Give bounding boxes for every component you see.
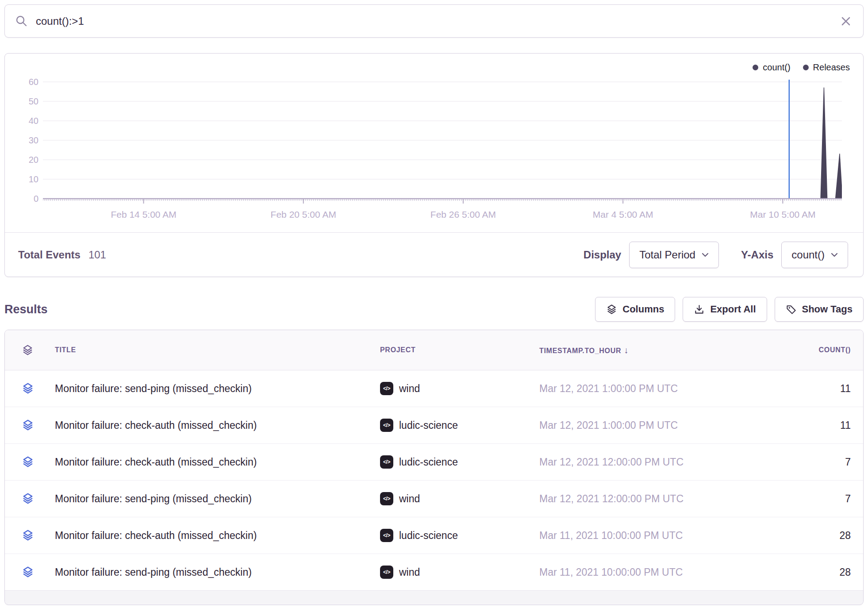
count-cell: 11	[779, 419, 863, 431]
event-title-link[interactable]: Monitor failure: send-ping (missed_check…	[50, 383, 380, 395]
count-cell: 7	[779, 493, 863, 505]
timestamp-cell: Mar 12, 2021 12:00:00 PM UTC	[535, 493, 779, 505]
chevron-down-icon	[831, 253, 838, 257]
platform-code-icon: </>	[380, 382, 393, 395]
table-footer-strip	[5, 590, 863, 604]
timestamp-cell: Mar 12, 2021 1:00:00 PM UTC	[535, 383, 779, 395]
timestamp-cell: Mar 12, 2021 1:00:00 PM UTC	[535, 419, 779, 431]
table-row[interactable]: Monitor failure: check-auth (missed_chec…	[5, 407, 863, 444]
layers-icon	[22, 529, 34, 542]
platform-code-icon: </>	[380, 566, 393, 579]
timestamp-cell: Mar 12, 2021 12:00:00 PM UTC	[535, 456, 779, 468]
project-cell: </> ludic-science	[380, 455, 535, 469]
timestamp-cell: Mar 11, 2021 10:00:00 PM UTC	[535, 530, 779, 542]
show-tags-button[interactable]: Show Tags	[775, 297, 864, 322]
platform-code-icon: </>	[380, 492, 393, 505]
x-axis-tick-label: Mar 4 5:00 AM	[593, 209, 653, 220]
project-cell: </> wind	[380, 382, 535, 395]
column-header-project[interactable]: PROJECT	[380, 346, 535, 354]
tag-icon	[786, 304, 797, 315]
close-icon[interactable]	[840, 15, 852, 27]
layers-icon[interactable]	[22, 344, 34, 356]
y-axis-tick-label: 60	[5, 77, 38, 87]
platform-code-icon: </>	[380, 529, 393, 542]
table-row[interactable]: Monitor failure: check-auth (missed_chec…	[5, 444, 863, 481]
display-label: Display	[584, 249, 621, 261]
y-axis-labels: 0102030405060	[5, 65, 38, 204]
total-events-value: 101	[88, 249, 106, 261]
count-cell: 11	[779, 383, 863, 395]
x-axis-tick-label: Feb 26 5:00 AM	[430, 209, 496, 220]
project-cell: </> wind	[380, 492, 535, 505]
results-table: TITLE PROJECT TIMESTAMP.TO_HOUR↓ COUNT()…	[4, 330, 864, 605]
layers-icon	[22, 382, 34, 395]
chevron-down-icon	[702, 253, 709, 257]
event-title-link[interactable]: Monitor failure: check-auth (missed_chec…	[50, 530, 380, 542]
chart-footer: Total Events 101 Display Total Period Y-…	[5, 232, 863, 277]
timestamp-cell: Mar 11, 2021 10:00:00 PM UTC	[535, 566, 779, 578]
column-header-timestamp[interactable]: TIMESTAMP.TO_HOUR↓	[535, 345, 779, 355]
column-header-title[interactable]: TITLE	[50, 346, 380, 354]
layers-icon	[22, 456, 34, 468]
y-axis-tick-label: 50	[5, 96, 38, 107]
search-input[interactable]	[35, 15, 840, 28]
export-all-button[interactable]: Export All	[683, 297, 767, 322]
table-row[interactable]: Monitor failure: check-auth (missed_chec…	[5, 517, 863, 554]
layers-icon	[606, 304, 617, 315]
event-title-link[interactable]: Monitor failure: send-ping (missed_check…	[50, 566, 380, 578]
results-title: Results	[4, 303, 48, 316]
display-dropdown[interactable]: Total Period	[629, 242, 719, 268]
search-icon	[15, 15, 27, 27]
y-axis-tick-label: 40	[5, 116, 38, 126]
event-title-link[interactable]: Monitor failure: check-auth (missed_chec…	[50, 456, 380, 468]
y-axis-tick-label: 0	[5, 194, 38, 204]
event-title-link[interactable]: Monitor failure: send-ping (missed_check…	[50, 493, 380, 505]
download-icon	[694, 304, 705, 315]
count-cell: 28	[779, 530, 863, 542]
layers-icon	[22, 419, 34, 431]
project-cell: </> wind	[380, 566, 535, 579]
x-axis-tick-label: Feb 20 5:00 AM	[271, 209, 336, 220]
platform-code-icon: </>	[380, 419, 393, 432]
x-axis-tick-label: Mar 10 5:00 AM	[750, 209, 815, 220]
table-header-row: TITLE PROJECT TIMESTAMP.TO_HOUR↓ COUNT()	[5, 330, 863, 370]
y-axis-tick-label: 20	[5, 155, 38, 165]
events-over-time-chart[interactable]	[43, 65, 842, 204]
y-axis-dropdown[interactable]: count()	[781, 242, 848, 268]
platform-code-icon: </>	[380, 455, 393, 469]
y-axis-label: Y-Axis	[741, 249, 773, 261]
events-chart-card: count() Releases 0102030405060 Feb 14 5:…	[4, 53, 864, 277]
table-row[interactable]: Monitor failure: send-ping (missed_check…	[5, 370, 863, 407]
x-axis-tick-label: Feb 14 5:00 AM	[111, 209, 176, 220]
project-cell: </> ludic-science	[380, 529, 535, 542]
layers-icon	[22, 493, 34, 505]
project-cell: </> ludic-science	[380, 419, 535, 432]
columns-button[interactable]: Columns	[595, 297, 675, 322]
table-row[interactable]: Monitor failure: send-ping (missed_check…	[5, 481, 863, 517]
table-row[interactable]: Monitor failure: send-ping (missed_check…	[5, 554, 863, 591]
count-cell: 7	[779, 456, 863, 468]
sort-desc-icon: ↓	[624, 345, 629, 355]
x-axis-labels: Feb 14 5:00 AMFeb 20 5:00 AMFeb 26 5:00 …	[43, 209, 842, 223]
search-bar	[4, 4, 864, 38]
y-axis-tick-label: 30	[5, 135, 38, 146]
y-axis-tick-label: 10	[5, 174, 38, 185]
total-events-label: Total Events	[18, 249, 81, 261]
layers-icon	[22, 566, 34, 578]
column-header-count[interactable]: COUNT()	[779, 346, 863, 354]
results-bar: Results Columns Export All Show Tags	[4, 296, 864, 323]
count-cell: 28	[779, 566, 863, 578]
event-title-link[interactable]: Monitor failure: check-auth (missed_chec…	[50, 419, 380, 431]
